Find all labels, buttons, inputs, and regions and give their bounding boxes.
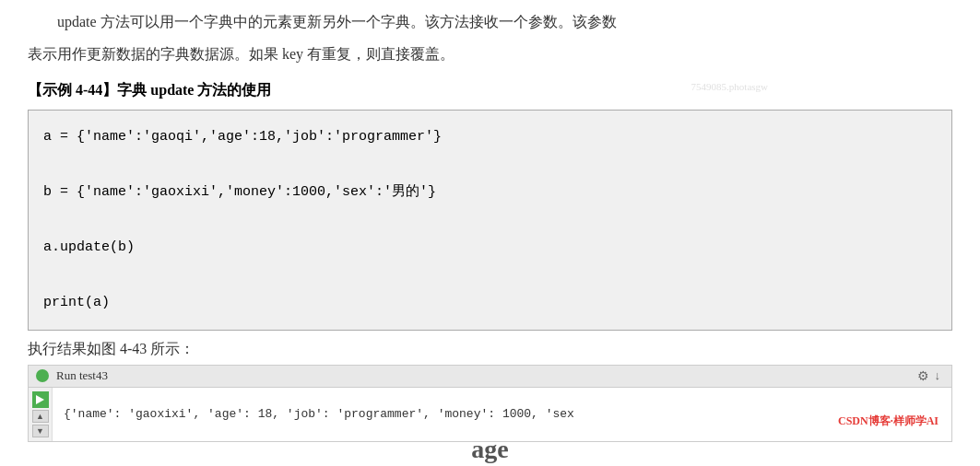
example-title-row: 【示例 4-44】字典 update 方法的使用 7549085.photasg… [28, 81, 952, 100]
run-header: Run test43 ⚙ ↓ [29, 366, 951, 388]
run-panel: Run test43 ⚙ ↓ ▲ ▼ {'name': 'gaoxixi', '… [28, 365, 952, 442]
run-panel-icons: ⚙ ↓ [917, 368, 945, 384]
scroll-up-button[interactable]: ▲ [32, 410, 49, 423]
output-text: {'name': 'gaoxixi', 'age': 18, 'job': 'p… [53, 400, 951, 428]
code-line-1: a = {'name':'gaoqi','age':18,'job':'prog… [43, 123, 937, 151]
run-play-button[interactable] [32, 391, 49, 408]
result-text: 执行结果如图 4-43 所示： [28, 340, 952, 359]
csdn-watermark: CSDN博客·样师学AI [834, 413, 942, 430]
page-container: update 方法可以用一个字典中的元素更新另外一个字典。该方法接收一个参数。该… [0, 0, 980, 466]
code-line-3: b = {'name':'gaoxixi','money':1000,'sex'… [43, 179, 937, 206]
watermark-text: 7549085.photasgw [691, 81, 768, 92]
play-triangle-icon [36, 395, 44, 404]
download-icon[interactable]: ↓ [935, 368, 941, 383]
example-title: 【示例 4-44】字典 update 方法的使用 [28, 81, 952, 100]
code-block: a = {'name':'gaoqi','age':18,'job':'prog… [28, 110, 952, 331]
code-line-2 [43, 151, 937, 179]
intro-line1: update 方法可以用一个字典中的元素更新另外一个字典。该方法接收一个参数。该… [28, 9, 952, 36]
code-line-4 [43, 206, 937, 234]
code-line-6 [43, 262, 937, 289]
page-number: age [471, 435, 508, 464]
intro-line2: 表示用作更新数据的字典数据源。如果 key 有重复，则直接覆盖。 [28, 41, 952, 68]
run-status-icon [36, 369, 49, 382]
code-line-5: a.update(b) [43, 234, 937, 262]
gear-icon[interactable]: ⚙ [917, 368, 929, 384]
run-title: Run test43 [56, 368, 108, 383]
code-line-7: print(a) [43, 289, 937, 317]
page-bottom: age [0, 433, 980, 466]
